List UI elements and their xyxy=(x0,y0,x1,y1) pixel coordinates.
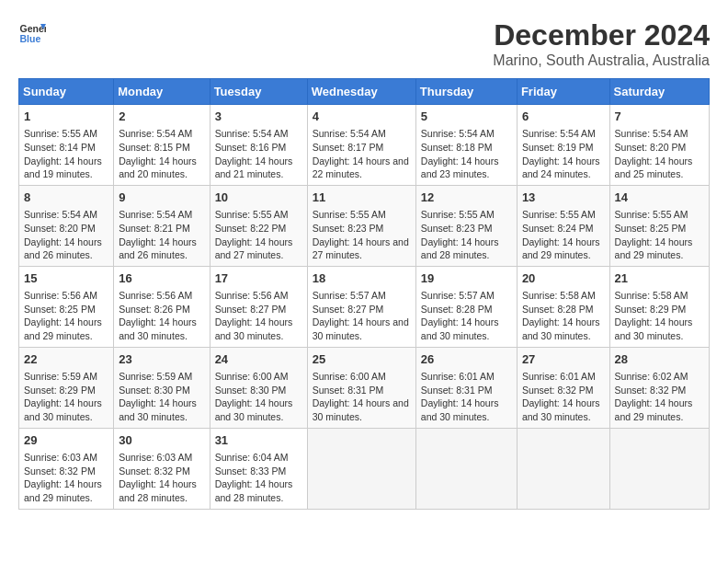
column-header-friday: Friday xyxy=(517,79,609,105)
sunrise-text: Sunrise: 5:54 AM xyxy=(421,128,495,139)
daylight-label: Daylight: 14 hours and 27 minutes. xyxy=(215,236,293,261)
sunset-text: Sunset: 8:20 PM xyxy=(24,223,96,234)
calendar-cell: 6Sunrise: 5:54 AMSunset: 8:19 PMDaylight… xyxy=(517,105,609,186)
sunrise-text: Sunrise: 5:54 AM xyxy=(522,128,596,139)
day-number: 5 xyxy=(421,109,512,125)
sunrise-text: Sunrise: 5:58 AM xyxy=(615,290,688,301)
sunrise-text: Sunrise: 6:01 AM xyxy=(421,371,495,382)
sunset-text: Sunset: 8:32 PM xyxy=(522,385,594,396)
calendar-cell: 13Sunrise: 5:55 AMSunset: 8:24 PMDayligh… xyxy=(517,185,609,266)
calendar-cell: 3Sunrise: 5:54 AMSunset: 8:16 PMDaylight… xyxy=(210,105,307,186)
calendar-cell: 16Sunrise: 5:56 AMSunset: 8:26 PMDayligh… xyxy=(114,266,210,347)
sunrise-text: Sunrise: 5:57 AM xyxy=(313,290,386,301)
day-number: 13 xyxy=(522,190,605,206)
daylight-label: Daylight: 14 hours and 30 minutes. xyxy=(119,397,197,422)
calendar-cell: 18Sunrise: 5:57 AMSunset: 8:27 PMDayligh… xyxy=(307,266,415,347)
column-header-saturday: Saturday xyxy=(609,79,709,105)
day-number: 26 xyxy=(421,351,512,368)
calendar-cell: 27Sunrise: 6:01 AMSunset: 8:32 PMDayligh… xyxy=(517,347,609,428)
calendar-cell: 17Sunrise: 5:56 AMSunset: 8:27 PMDayligh… xyxy=(210,266,307,347)
sunrise-text: Sunrise: 5:56 AM xyxy=(215,290,289,301)
logo: General Blue xyxy=(18,18,46,46)
day-number: 29 xyxy=(24,432,108,449)
sunset-text: Sunset: 8:25 PM xyxy=(24,304,96,315)
sunset-text: Sunset: 8:26 PM xyxy=(119,304,190,315)
sunset-text: Sunset: 8:30 PM xyxy=(119,385,190,396)
daylight-label: Daylight: 14 hours and 28 minutes. xyxy=(215,478,293,503)
daylight-label: Daylight: 14 hours and 25 minutes. xyxy=(615,155,693,180)
daylight-label: Daylight: 14 hours and 30 minutes. xyxy=(522,397,600,422)
sunrise-text: Sunrise: 5:55 AM xyxy=(615,209,688,220)
day-number: 21 xyxy=(615,270,704,287)
sunrise-text: Sunrise: 6:02 AM xyxy=(615,371,688,382)
sunset-text: Sunset: 8:32 PM xyxy=(24,465,96,477)
calendar-cell xyxy=(415,428,517,509)
calendar-cell xyxy=(609,428,709,509)
daylight-label: Daylight: 14 hours and 30 minutes. xyxy=(119,316,197,341)
sunset-text: Sunset: 8:17 PM xyxy=(313,142,384,153)
daylight-label: Daylight: 14 hours and 29 minutes. xyxy=(24,316,102,341)
svg-text:Blue: Blue xyxy=(20,33,41,44)
sunset-text: Sunset: 8:30 PM xyxy=(215,385,287,396)
sunrise-text: Sunrise: 5:58 AM xyxy=(522,290,596,301)
sunset-text: Sunset: 8:31 PM xyxy=(313,385,384,396)
day-number: 23 xyxy=(119,351,204,368)
calendar-cell: 28Sunrise: 6:02 AMSunset: 8:32 PMDayligh… xyxy=(609,347,709,428)
day-number: 18 xyxy=(313,270,411,287)
daylight-label: Daylight: 14 hours and 22 minutes. xyxy=(313,155,409,180)
daylight-label: Daylight: 14 hours and 30 minutes. xyxy=(421,397,499,422)
day-number: 19 xyxy=(421,270,512,287)
calendar-subtitle: Marino, South Australia, Australia xyxy=(493,52,710,69)
calendar-cell: 26Sunrise: 6:01 AMSunset: 8:31 PMDayligh… xyxy=(415,347,517,428)
sunset-text: Sunset: 8:27 PM xyxy=(313,304,384,315)
sunrise-text: Sunrise: 5:54 AM xyxy=(313,128,386,139)
column-header-sunday: Sunday xyxy=(19,79,114,105)
sunrise-text: Sunrise: 5:56 AM xyxy=(24,290,97,301)
daylight-label: Daylight: 14 hours and 30 minutes. xyxy=(24,397,102,422)
daylight-label: Daylight: 14 hours and 30 minutes. xyxy=(313,316,409,341)
sunrise-text: Sunrise: 6:00 AM xyxy=(215,371,289,382)
sunrise-text: Sunrise: 5:55 AM xyxy=(24,128,97,139)
daylight-label: Daylight: 14 hours and 30 minutes. xyxy=(522,316,600,341)
column-header-wednesday: Wednesday xyxy=(307,79,415,105)
calendar-cell: 19Sunrise: 5:57 AMSunset: 8:28 PMDayligh… xyxy=(415,266,517,347)
sunrise-text: Sunrise: 5:54 AM xyxy=(615,128,688,139)
calendar-week-4: 22Sunrise: 5:59 AMSunset: 8:29 PMDayligh… xyxy=(19,347,710,428)
daylight-label: Daylight: 14 hours and 28 minutes. xyxy=(119,478,197,503)
day-number: 28 xyxy=(615,351,704,368)
calendar-table: SundayMondayTuesdayWednesdayThursdayFrid… xyxy=(18,78,710,510)
daylight-label: Daylight: 14 hours and 21 minutes. xyxy=(215,155,293,180)
calendar-cell: 4Sunrise: 5:54 AMSunset: 8:17 PMDaylight… xyxy=(307,105,415,186)
calendar-week-3: 15Sunrise: 5:56 AMSunset: 8:25 PMDayligh… xyxy=(19,266,710,347)
day-number: 20 xyxy=(522,270,605,287)
day-number: 11 xyxy=(313,190,411,206)
sunrise-text: Sunrise: 5:55 AM xyxy=(421,209,495,220)
sunset-text: Sunset: 8:31 PM xyxy=(421,385,493,396)
calendar-cell: 5Sunrise: 5:54 AMSunset: 8:18 PMDaylight… xyxy=(415,105,517,186)
calendar-cell: 31Sunrise: 6:04 AMSunset: 8:33 PMDayligh… xyxy=(210,428,307,509)
column-header-tuesday: Tuesday xyxy=(210,79,307,105)
sunset-text: Sunset: 8:23 PM xyxy=(313,223,384,234)
calendar-cell: 22Sunrise: 5:59 AMSunset: 8:29 PMDayligh… xyxy=(19,347,114,428)
sunrise-text: Sunrise: 5:55 AM xyxy=(522,209,596,220)
sunset-text: Sunset: 8:16 PM xyxy=(215,142,287,153)
day-number: 8 xyxy=(24,190,108,206)
day-number: 1 xyxy=(24,109,108,125)
sunrise-text: Sunrise: 5:54 AM xyxy=(119,209,192,220)
day-number: 27 xyxy=(522,351,605,368)
sunrise-text: Sunrise: 6:01 AM xyxy=(522,371,596,382)
daylight-label: Daylight: 14 hours and 24 minutes. xyxy=(522,155,600,180)
daylight-label: Daylight: 14 hours and 29 minutes. xyxy=(522,236,600,261)
sunrise-text: Sunrise: 5:55 AM xyxy=(313,209,386,220)
calendar-cell: 25Sunrise: 6:00 AMSunset: 8:31 PMDayligh… xyxy=(307,347,415,428)
sunset-text: Sunset: 8:29 PM xyxy=(24,385,96,396)
calendar-cell: 12Sunrise: 5:55 AMSunset: 8:23 PMDayligh… xyxy=(415,185,517,266)
day-number: 12 xyxy=(421,190,512,206)
sunrise-text: Sunrise: 6:03 AM xyxy=(24,452,97,463)
sunset-text: Sunset: 8:32 PM xyxy=(119,465,190,477)
calendar-cell: 10Sunrise: 5:55 AMSunset: 8:22 PMDayligh… xyxy=(210,185,307,266)
calendar-cell: 30Sunrise: 6:03 AMSunset: 8:32 PMDayligh… xyxy=(114,428,210,509)
title-area: December 2024 Marino, South Australia, A… xyxy=(493,18,710,69)
calendar-header-row: SundayMondayTuesdayWednesdayThursdayFrid… xyxy=(19,79,710,105)
day-number: 25 xyxy=(313,351,411,368)
